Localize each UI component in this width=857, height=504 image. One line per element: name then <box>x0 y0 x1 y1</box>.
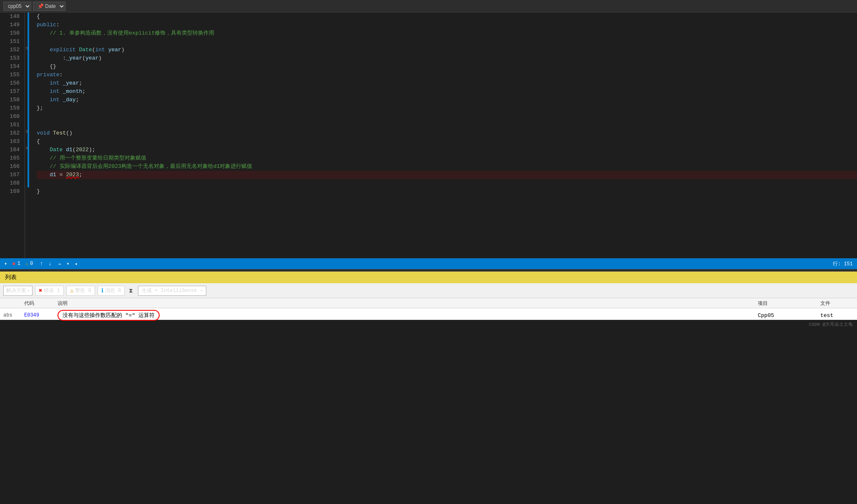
info-badge-icon: ℹ <box>101 287 103 294</box>
row-abs: abs <box>3 312 24 318</box>
code-line-158: int _day; <box>37 96 857 104</box>
code-line-167: d1 = 2023; <box>37 171 857 179</box>
row-file: test <box>820 312 854 319</box>
top-bar: cpp05 📌 Date <box>0 0 857 12</box>
class-selector[interactable]: cpp05 <box>3 2 31 11</box>
error-panel-title-text: 列表 <box>5 274 17 281</box>
warning-status[interactable]: ⚠ 0 <box>25 261 33 267</box>
code-line-166: // 实际编译器背后会用2023构造一个无名对象，最后用无名对象给d1对象进行赋… <box>37 162 857 171</box>
error-panel-title: 列表 <box>0 272 857 283</box>
warning-count: 0 <box>30 261 33 267</box>
error-table-header: 代码 说明 项目 文件 <box>0 298 857 308</box>
code-line-154: {} <box>37 62 857 71</box>
error-count: 1 <box>18 261 20 267</box>
error-icon: ✖ <box>12 260 15 267</box>
error-badge-icon: ✖ <box>39 287 42 294</box>
line-num-155: 155 <box>0 71 20 79</box>
down-arrow-button[interactable]: ↓ <box>47 260 53 267</box>
error-badge[interactable]: ✖ 错误 1 <box>35 286 64 296</box>
line-num-148: 148 <box>0 12 20 21</box>
row-code: E0349 <box>24 312 58 318</box>
funnel-icon[interactable]: ⧗ <box>129 287 133 294</box>
info-badge-label: 消息 0 <box>105 287 121 294</box>
code-line-150: // 1. 单参构造函数，没有使用explicit修饰，具有类型转换作用 <box>37 29 857 37</box>
line-num-163: 163 <box>0 137 20 146</box>
col-file-label: 文件 <box>820 300 854 307</box>
collapse-162[interactable]: ▽ <box>26 129 28 134</box>
line-num-166: 166 <box>0 162 20 171</box>
error-table-row-0[interactable]: abs E0349 没有与这些操作数匹配的 "=" 运算符 Cpp05 test <box>0 308 857 320</box>
line-num-165: 165 <box>0 154 20 162</box>
line-num-164: 164 <box>0 146 20 154</box>
collapse-152[interactable]: ▽ <box>26 46 28 51</box>
code-line-153: :_year(year) <box>37 54 857 62</box>
filter-chevron-icon: ▾ <box>27 288 30 293</box>
pencil-icon[interactable]: ✏ <box>58 261 61 267</box>
warning-badge-label: 警告 0 <box>75 287 91 294</box>
build-dropdown[interactable]: 生成 + IntelliSense ▾ <box>138 286 206 296</box>
warning-icon: ⚠ <box>25 261 28 267</box>
status-arrows: ↑ ↓ <box>38 260 53 267</box>
code-line-168 <box>37 179 857 187</box>
row-project: Cpp05 <box>758 312 820 319</box>
line-num-156: 156 <box>0 79 20 87</box>
line-num-151: 151 <box>0 37 20 46</box>
line-num-168: 168 <box>0 179 20 187</box>
code-line-161 <box>37 121 857 129</box>
line-num-154: 154 <box>0 62 20 71</box>
error-panel-toolbar: 解决方案 ▾ ✖ 错误 1 ⚠ 警告 0 ℹ 消息 0 ⧗ 生成 + Intel… <box>0 283 857 298</box>
code-area: 148 149 150 151 152 153 154 155 156 157 … <box>0 12 857 258</box>
code-line-156: int _year; <box>37 79 857 87</box>
filter-dropdown-icon[interactable]: ▾ <box>66 261 69 267</box>
code-line-160 <box>37 112 857 121</box>
filter-label: 解决方案 <box>6 287 26 294</box>
line-num-150: 150 <box>0 29 20 37</box>
line-num-160: 160 <box>0 112 20 121</box>
chevron-left-icon[interactable]: ◂ <box>75 261 78 267</box>
dropdown-arrow-icon[interactable]: ▾ <box>4 261 7 267</box>
code-line-149: public: <box>37 21 857 29</box>
collapse-165[interactable]: ▽ <box>26 146 28 151</box>
build-chevron-icon: ▾ <box>200 288 203 293</box>
error-oval: 没有与这些操作数匹配的 "=" 运算符 <box>58 310 160 321</box>
warning-badge[interactable]: ⚠ 警告 0 <box>66 286 95 296</box>
line-num-158: 158 <box>0 96 20 104</box>
code-line-164: Date d1(2022); <box>37 146 857 154</box>
info-badge[interactable]: ℹ 消息 0 <box>98 286 125 296</box>
code-line-157: int _month; <box>37 87 857 96</box>
line-num-169: 169 <box>0 187 20 196</box>
col-desc-label: 说明 <box>58 300 758 307</box>
error-status[interactable]: ✖ 1 <box>12 260 20 267</box>
line-num-167: 167 <box>0 171 20 179</box>
code-line-148: { <box>37 12 857 21</box>
code-line-152: explicit Date(int year) <box>37 46 857 54</box>
editor-container: cpp05 📌 Date 148 149 150 151 152 153 154… <box>0 0 857 258</box>
member-selector[interactable]: 📌 Date <box>33 2 65 11</box>
code-line-159: }; <box>37 104 857 112</box>
line-num-149: 149 <box>0 21 20 29</box>
error-badge-label: 错误 1 <box>44 287 60 294</box>
line-num-152: 152 <box>0 46 20 54</box>
row-desc: 没有与这些操作数匹配的 "=" 运算符 <box>58 310 758 321</box>
code-lines: { public: // 1. 单参构造函数，没有使用explicit修饰，具有… <box>33 12 857 258</box>
warning-badge-icon: ⚠ <box>70 287 73 294</box>
gutter: ▽ ▽ ▽ <box>25 12 33 258</box>
watermark: CSDN @大耳朵土土龟 <box>0 320 857 328</box>
col-code-label: 代码 <box>24 300 58 307</box>
code-line-169: } <box>37 187 857 196</box>
code-line-163: { <box>37 137 857 146</box>
filter-dropdown[interactable]: 解决方案 ▾ <box>3 286 33 296</box>
line-info: 行: 151 <box>833 260 853 267</box>
line-num-157: 157 <box>0 87 20 96</box>
line-numbers: 148 149 150 151 152 153 154 155 156 157 … <box>0 12 25 258</box>
code-line-162: void Test() <box>37 129 857 137</box>
code-line-151 <box>37 37 857 46</box>
code-line-155: private: <box>37 71 857 79</box>
line-num-153: 153 <box>0 54 20 62</box>
line-num-162: 162 <box>0 129 20 137</box>
up-arrow-button[interactable]: ↑ <box>38 260 45 267</box>
build-label: 生成 + IntelliSense <box>142 287 197 294</box>
col-project-label: 项目 <box>758 300 820 307</box>
editor-status-bar: ▾ ✖ 1 ⚠ 0 ↑ ↓ ✏ ▾ ◂ 行: 151 <box>0 258 857 269</box>
line-num-161: 161 <box>0 121 20 129</box>
